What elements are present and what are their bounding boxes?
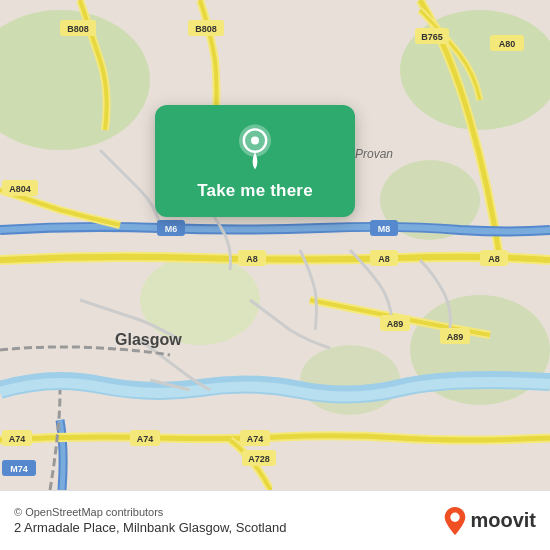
svg-point-47 <box>251 137 259 145</box>
svg-text:A89: A89 <box>447 332 464 342</box>
svg-text:B808: B808 <box>67 24 89 34</box>
bottom-bar: © OpenStreetMap contributors 2 Armadale … <box>0 490 550 550</box>
address-text: 2 Armadale Place, Milnbank Glasgow, Scot… <box>14 520 444 535</box>
svg-text:A80: A80 <box>499 39 516 49</box>
map-svg: A8 A8 A8 M8 M6 B808 B808 A80 A80 B765 A8… <box>0 0 550 490</box>
svg-text:B808: B808 <box>195 24 217 34</box>
moovit-logo: moovit <box>444 507 536 535</box>
map-container: A8 A8 A8 M8 M6 B808 B808 A80 A80 B765 A8… <box>0 0 550 490</box>
svg-text:Provan: Provan <box>355 147 393 161</box>
svg-text:A74: A74 <box>247 434 264 444</box>
svg-text:M74: M74 <box>10 464 28 474</box>
svg-point-48 <box>451 512 460 521</box>
svg-text:A728: A728 <box>248 454 270 464</box>
location-pin-icon <box>231 123 279 171</box>
attribution-text: © OpenStreetMap contributors <box>14 506 444 518</box>
svg-text:A74: A74 <box>9 434 26 444</box>
svg-text:B765: B765 <box>421 32 443 42</box>
svg-text:A89: A89 <box>387 319 404 329</box>
take-me-there-button[interactable]: Take me there <box>197 181 313 201</box>
svg-text:A804: A804 <box>9 184 31 194</box>
svg-text:M8: M8 <box>378 224 391 234</box>
svg-text:M6: M6 <box>165 224 178 234</box>
moovit-pin-icon <box>444 507 466 535</box>
svg-text:Glasgow: Glasgow <box>115 331 182 348</box>
moovit-label: moovit <box>470 509 536 532</box>
svg-text:A74: A74 <box>137 434 154 444</box>
svg-text:A8: A8 <box>488 254 500 264</box>
svg-text:A8: A8 <box>378 254 390 264</box>
location-card[interactable]: Take me there <box>155 105 355 217</box>
svg-point-5 <box>300 345 400 415</box>
svg-text:A8: A8 <box>246 254 258 264</box>
